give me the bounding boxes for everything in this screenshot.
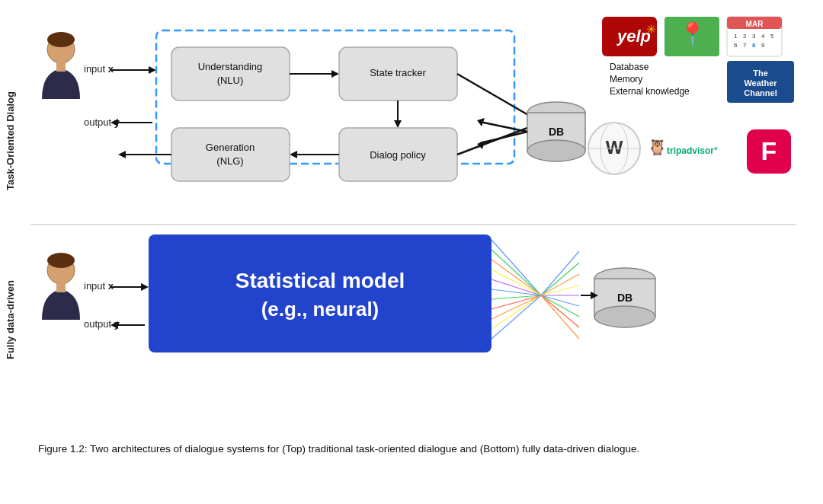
cal-day-7: 7: [743, 42, 747, 49]
cal-day-6: 6: [734, 42, 738, 49]
db-bottom-bottom-ellipse: [594, 306, 655, 327]
dialog-policy-label: Dialog policy: [370, 149, 426, 161]
nlu-sublabel: (NLU): [217, 75, 244, 86]
db-bottom-label: DB: [617, 292, 632, 304]
svg-point-1: [47, 32, 75, 47]
cal-day-4: 4: [761, 33, 765, 40]
svg-line-7: [492, 250, 541, 295]
svg-line-9: [492, 270, 541, 295]
input-arrowhead-top: [149, 66, 156, 74]
state-to-db-arrow: [457, 74, 533, 118]
caption-text: Figure 1.2: Two architectures of dialogu…: [38, 443, 639, 455]
task-oriented-label: Task-Oriented Dialog: [5, 91, 16, 190]
cal-day-5: 5: [770, 33, 774, 40]
nlg-box: [171, 128, 290, 181]
cal-day-3: 3: [752, 33, 756, 40]
db-bottom-ellipse: [527, 140, 585, 161]
db-memory-label-1: Database: [610, 62, 649, 72]
avatar-top: [42, 32, 80, 99]
svg-line-24: [541, 295, 579, 327]
svg-rect-5: [56, 283, 66, 292]
svg-rect-2: [56, 62, 66, 72]
policy-to-nlg-arrowhead: [290, 151, 297, 158]
tripadvisor-icon: 🦉: [648, 138, 667, 156]
page: Task-Oriented Dialog Fully data-driven i…: [0, 0, 823, 504]
tripadvisor-label: tripadvisor°: [667, 145, 718, 156]
wikipedia-w: W: [606, 137, 623, 158]
nlg-sublabel: (NLG): [216, 155, 243, 167]
stat-model-box: [149, 234, 492, 352]
stat-model-label1: Statistical model: [235, 269, 405, 292]
svg-line-15: [492, 295, 541, 329]
input-x-top-label: input x: [84, 63, 114, 75]
avatar-bottom: [42, 253, 80, 320]
weather-channel: Channel: [744, 88, 777, 97]
svg-line-19: [541, 274, 579, 295]
input-arrowhead-bottom: [141, 283, 149, 291]
map-pin-icon: 📍: [678, 21, 707, 48]
calendar-header-text: MAR: [746, 20, 764, 28]
state-to-policy-arrowhead: [394, 120, 402, 128]
db-back-arrow1: [480, 122, 527, 132]
cal-day-9: 9: [761, 42, 765, 49]
svg-line-17: [541, 251, 579, 295]
cal-day-1: 1: [734, 33, 738, 40]
cal-day-8: 8: [752, 42, 756, 49]
cal-day-2: 2: [743, 33, 747, 40]
input-x-bottom-label: input x: [84, 280, 114, 292]
yelp-burst: ✳: [646, 23, 656, 36]
foursquare-f: F: [761, 136, 777, 165]
stat-model-label2: (e.g., neural): [261, 298, 379, 321]
weather-weather: Weather: [744, 78, 777, 88]
svg-line-25: [541, 295, 579, 339]
weather-the: The: [753, 69, 768, 78]
db-memory-label-2: Memory: [610, 74, 642, 85]
nlu-label: Understanding: [198, 61, 263, 72]
fully-data-label: Fully data-driven: [5, 280, 16, 359]
figure-caption: Figure 1.2: Two architectures of dialogu…: [38, 442, 785, 493]
db-back-arrow2: [480, 132, 527, 143]
neural-wires: [492, 240, 579, 339]
nlg-label: Generation: [206, 142, 255, 153]
db-top-label: DB: [549, 126, 564, 138]
main-diagram: Task-Oriented Dialog Fully data-driven i…: [0, 0, 823, 426]
nlu-box: [171, 47, 290, 100]
svg-line-23: [541, 295, 579, 317]
svg-point-4: [47, 253, 75, 268]
nlu-to-state-arrowhead: [331, 70, 339, 78]
state-tracker-label: State tracker: [370, 67, 426, 78]
db-memory-label-3: External knowledge: [610, 86, 690, 97]
nlg-to-output-arrowhead: [118, 151, 126, 158]
